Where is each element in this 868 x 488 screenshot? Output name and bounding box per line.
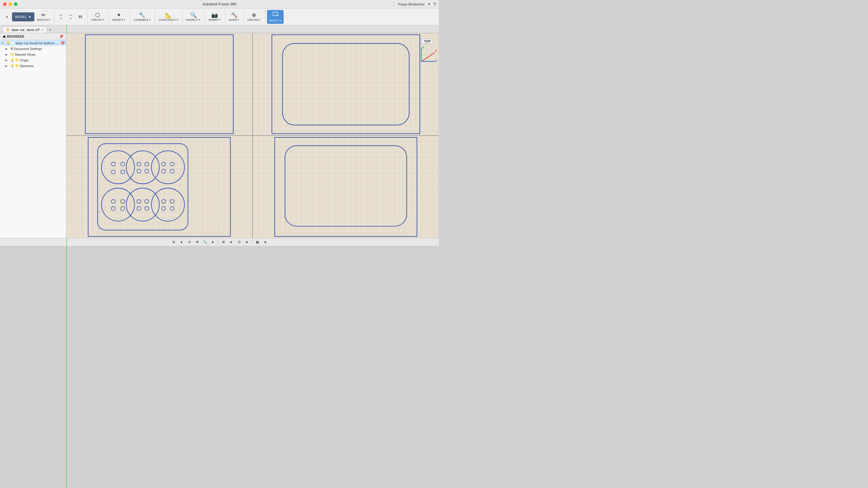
svg-rect-37 [285, 146, 407, 226]
construct-label: CONSTRUCT ▼ [159, 19, 178, 22]
panel-top-left-svg [66, 33, 252, 135]
display-arrow-button[interactable]: ▼ [228, 239, 235, 245]
svg-point-24 [111, 207, 115, 210]
pan-button[interactable]: ✥ [194, 239, 200, 245]
viewport-panel-bottom-right[interactable] [253, 136, 439, 238]
sketch-button[interactable]: ✏ SKETCH ▼ [35, 10, 52, 24]
assemble-button[interactable]: 🔧 ASSEMBLE ▼ [132, 10, 152, 24]
tree-item-named-views[interactable]: ▶ 📁 Named Views [0, 52, 66, 57]
sketch-label: SKETCH ▼ [37, 19, 50, 22]
inspect-label: INSPECT ▼ [186, 19, 200, 22]
modify-group: ✦ MODIFY ▼ [111, 10, 130, 24]
svg-rect-3 [282, 43, 409, 125]
save-button[interactable]: 💾 [76, 10, 85, 24]
addins-button[interactable]: ⊕ ADD-INS ▼ [245, 10, 262, 24]
construct-icon: 📐 [165, 12, 172, 18]
addins-icon: ⊕ [252, 12, 256, 18]
inspect-button[interactable]: 🔍 INSPECT ▼ [184, 10, 202, 24]
model-button[interactable]: MODEL ▼ [12, 12, 34, 22]
sketches-light-icon: 💡 [10, 64, 14, 68]
tree-item-sketches[interactable]: ▶ 💡 📁 Sketches [0, 63, 66, 69]
collapse-icon[interactable]: ◀ [2, 34, 5, 38]
target-icon: 🎯 [61, 41, 65, 45]
shading-arrow-button[interactable]: ▼ [244, 239, 250, 245]
bottom-toolbar: ⊕ ▼ ⊡ ✥ 🔍 ▼ ⊞ ▼ ⊡ ▼ ▦ ▼ [0, 238, 439, 246]
snap-arrow-button[interactable]: ▼ [178, 239, 185, 245]
undo-icon: ↩ [60, 14, 62, 17]
tree-item-sketches-label: Sketches [20, 64, 65, 68]
make-label: MAKE ▼ [229, 19, 239, 22]
main-layout: ◀ BROWSER 📌 ▼ 💡 📄 laser cut mould for bu… [0, 33, 439, 238]
minimize-button[interactable] [8, 2, 12, 6]
add-tab-button[interactable]: + [47, 26, 53, 33]
svg-point-10 [121, 170, 125, 174]
construct-button[interactable]: 📐 CONSTRUCT ▼ [157, 10, 180, 24]
svg-point-6 [101, 151, 135, 184]
assemble-label: ASSEMBLE ▼ [133, 19, 150, 22]
main-toolbar: ⊞ MODEL ▼ ✏ SKETCH ▼ ↩ ▼ ↪ ▼ 💾 ⬡ CREATE … [0, 8, 439, 25]
viewport-panel-top-right[interactable] [253, 33, 439, 135]
svg-rect-36 [275, 137, 417, 236]
user-arrow: ▼ [428, 3, 430, 6]
undo-button[interactable]: ↩ ▼ [56, 10, 65, 24]
create-button[interactable]: ⬡ CREATE ▼ [89, 10, 106, 24]
browser-tree: ▼ 💡 📄 laser cut mould for buttons ... 🎯 … [0, 40, 66, 69]
panel-bottom-left-svg [66, 136, 252, 238]
modify-button[interactable]: ✦ MODIFY ▼ [111, 10, 127, 24]
browser-title: BROWSER [7, 35, 57, 38]
close-button[interactable] [3, 2, 7, 6]
main-tab[interactable]: 🔆 laser cut...ttons v3* × [2, 26, 47, 33]
viewport-panel-bottom-left[interactable] [66, 136, 252, 238]
svg-point-17 [161, 162, 165, 166]
svg-rect-1 [85, 35, 233, 133]
svg-point-32 [161, 199, 165, 203]
shading-button[interactable]: ⊡ [236, 239, 242, 245]
help-icon[interactable]: ? [433, 2, 436, 7]
svg-point-33 [170, 199, 174, 203]
display-button[interactable]: ⊞ [220, 239, 227, 245]
svg-text:Z: Z [435, 59, 436, 63]
chevron-right-icon: ▶ [5, 59, 10, 62]
tree-item-doc-settings[interactable]: ▶ ⚙ Document Settings [0, 46, 66, 52]
chevron-down-icon: ▼ [1, 41, 5, 44]
svg-point-35 [170, 207, 174, 210]
svg-point-22 [111, 199, 115, 203]
select-label: SELECT ▼ [269, 19, 282, 22]
zoom-button[interactable]: 🔍 [202, 239, 208, 245]
svg-rect-4 [88, 137, 230, 236]
svg-point-25 [121, 207, 125, 210]
make-button[interactable]: 🔨 MAKE ▼ [227, 10, 241, 24]
zoom-arrow-button[interactable]: ▼ [210, 239, 216, 245]
addins-group: ⊕ ADD-INS ▼ [245, 10, 265, 24]
axis-indicator-area: TOP X Y Z [418, 36, 436, 65]
snap-button[interactable]: ⊕ [170, 239, 177, 245]
tree-item-root[interactable]: ▼ 💡 📄 laser cut mould for buttons ... 🎯 [0, 40, 66, 46]
create-group: ⬡ CREATE ▼ [89, 10, 109, 24]
svg-point-27 [137, 199, 141, 203]
tree-item-origin[interactable]: ▶ 💡 📁 Origin [0, 57, 66, 63]
viewport-panel-top-left[interactable] [66, 33, 252, 135]
insert-button[interactable]: 📷 INSERT ▼ [207, 10, 223, 24]
maximize-button[interactable] [14, 2, 18, 6]
insert-group: 📷 INSERT ▼ [207, 10, 225, 24]
sidebar-pin-button[interactable]: 📌 [59, 34, 64, 38]
view-label: TOP [421, 38, 433, 44]
window-controls [3, 2, 18, 6]
viewport[interactable]: TOP X Y Z [66, 33, 439, 238]
grid-button[interactable]: ▦ [254, 239, 261, 245]
svg-point-23 [121, 199, 125, 203]
user-name[interactable]: Poppy Mosbacher [398, 2, 425, 6]
svg-text:Y: Y [422, 46, 424, 50]
grid-arrow-button[interactable]: ▼ [262, 239, 269, 245]
sketches-folder-icon: 📁 [15, 64, 19, 68]
model-arrow: ▼ [28, 15, 31, 19]
component-icon: 📄 [11, 41, 15, 45]
assemble-icon: 🔧 [138, 12, 145, 18]
select-button[interactable]: SELECT ▼ [267, 10, 284, 24]
tree-item-root-label: laser cut mould for buttons ... [16, 41, 60, 45]
redo-button[interactable]: ↪ ▼ [66, 10, 75, 24]
tab-close-button[interactable]: × [42, 28, 44, 31]
layout-button[interactable]: ⊡ [186, 239, 193, 245]
apps-button[interactable]: ⊞ [2, 10, 11, 24]
svg-point-29 [137, 207, 141, 210]
